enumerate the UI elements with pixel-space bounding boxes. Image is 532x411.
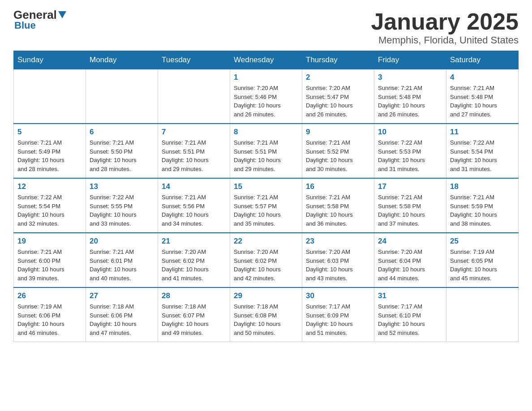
day-info: Sunrise: 7:20 AMSunset: 5:46 PMDaylight:… — [234, 84, 298, 119]
calendar-day-header: Sunday — [14, 51, 86, 69]
day-info: Sunrise: 7:20 AMSunset: 6:02 PMDaylight:… — [162, 248, 226, 283]
day-number: 1 — [234, 73, 298, 82]
day-info: Sunrise: 7:18 AMSunset: 6:06 PMDaylight:… — [90, 302, 154, 337]
calendar-day-header: Tuesday — [158, 51, 230, 69]
title-section: January 2025 Memphis, Florida, United St… — [371, 9, 519, 46]
calendar-subtitle: Memphis, Florida, United States — [371, 34, 519, 46]
day-number: 21 — [162, 237, 226, 246]
day-number: 22 — [234, 237, 298, 246]
day-info: Sunrise: 7:17 AMSunset: 6:10 PMDaylight:… — [378, 302, 442, 337]
calendar-day-cell: 24Sunrise: 7:20 AMSunset: 6:04 PMDayligh… — [374, 233, 446, 287]
day-number: 4 — [450, 73, 515, 82]
calendar-day-cell — [14, 69, 86, 124]
calendar-day-cell: 22Sunrise: 7:20 AMSunset: 6:02 PMDayligh… — [230, 233, 302, 287]
day-number: 29 — [234, 291, 298, 300]
calendar-day-cell: 30Sunrise: 7:17 AMSunset: 6:09 PMDayligh… — [302, 287, 374, 342]
calendar-day-cell: 16Sunrise: 7:21 AMSunset: 5:58 PMDayligh… — [302, 178, 374, 233]
calendar-day-cell: 10Sunrise: 7:22 AMSunset: 5:53 PMDayligh… — [374, 124, 446, 178]
day-info: Sunrise: 7:21 AMSunset: 5:58 PMDaylight:… — [306, 193, 370, 228]
calendar-day-cell: 29Sunrise: 7:18 AMSunset: 6:08 PMDayligh… — [230, 287, 302, 342]
calendar-day-cell: 17Sunrise: 7:21 AMSunset: 5:58 PMDayligh… — [374, 178, 446, 233]
calendar-day-cell: 6Sunrise: 7:21 AMSunset: 5:50 PMDaylight… — [86, 124, 158, 178]
calendar-day-header: Friday — [374, 51, 446, 69]
page-header: General Blue January 2025 Memphis, Flori… — [13, 9, 519, 46]
calendar-title: January 2025 — [371, 9, 519, 34]
calendar-day-cell — [86, 69, 158, 124]
day-number: 27 — [90, 291, 154, 300]
calendar-day-cell: 3Sunrise: 7:21 AMSunset: 5:48 PMDaylight… — [374, 69, 446, 124]
calendar-day-cell: 9Sunrise: 7:21 AMSunset: 5:52 PMDaylight… — [302, 124, 374, 178]
day-info: Sunrise: 7:20 AMSunset: 6:04 PMDaylight:… — [378, 248, 442, 283]
calendar-day-cell: 4Sunrise: 7:21 AMSunset: 5:48 PMDaylight… — [446, 69, 519, 124]
day-info: Sunrise: 7:22 AMSunset: 5:54 PMDaylight:… — [17, 193, 82, 228]
calendar-body: 1Sunrise: 7:20 AMSunset: 5:46 PMDaylight… — [14, 69, 519, 342]
calendar-day-cell: 12Sunrise: 7:22 AMSunset: 5:54 PMDayligh… — [14, 178, 86, 233]
day-number: 18 — [450, 182, 515, 191]
day-info: Sunrise: 7:21 AMSunset: 6:00 PMDaylight:… — [17, 248, 82, 283]
day-number: 30 — [306, 291, 370, 300]
day-info: Sunrise: 7:21 AMSunset: 5:50 PMDaylight:… — [90, 138, 154, 173]
day-number: 25 — [450, 237, 515, 246]
day-number: 5 — [17, 128, 82, 137]
day-info: Sunrise: 7:21 AMSunset: 5:56 PMDaylight:… — [162, 193, 226, 228]
day-number: 15 — [234, 182, 298, 191]
calendar-day-cell: 23Sunrise: 7:20 AMSunset: 6:03 PMDayligh… — [302, 233, 374, 287]
day-info: Sunrise: 7:20 AMSunset: 5:47 PMDaylight:… — [306, 84, 370, 119]
day-number: 19 — [17, 237, 82, 246]
calendar-day-cell: 20Sunrise: 7:21 AMSunset: 6:01 PMDayligh… — [86, 233, 158, 287]
day-info: Sunrise: 7:18 AMSunset: 6:08 PMDaylight:… — [234, 302, 298, 337]
day-number: 31 — [378, 291, 442, 300]
day-number: 10 — [378, 128, 442, 137]
day-info: Sunrise: 7:22 AMSunset: 5:53 PMDaylight:… — [378, 138, 442, 173]
calendar-header-row: SundayMondayTuesdayWednesdayThursdayFrid… — [14, 51, 519, 69]
calendar-day-header: Saturday — [446, 51, 519, 69]
day-info: Sunrise: 7:20 AMSunset: 6:02 PMDaylight:… — [234, 248, 298, 283]
day-number: 11 — [450, 128, 515, 137]
calendar-day-cell — [446, 287, 519, 342]
calendar-day-cell — [158, 69, 230, 124]
day-number: 9 — [306, 128, 370, 137]
day-number: 28 — [162, 291, 226, 300]
calendar-day-cell: 31Sunrise: 7:17 AMSunset: 6:10 PMDayligh… — [374, 287, 446, 342]
calendar-day-cell: 2Sunrise: 7:20 AMSunset: 5:47 PMDaylight… — [302, 69, 374, 124]
day-info: Sunrise: 7:19 AMSunset: 6:05 PMDaylight:… — [450, 248, 515, 283]
day-number: 6 — [90, 128, 154, 137]
calendar-day-cell: 15Sunrise: 7:21 AMSunset: 5:57 PMDayligh… — [230, 178, 302, 233]
calendar-week-row: 12Sunrise: 7:22 AMSunset: 5:54 PMDayligh… — [14, 178, 519, 233]
calendar-day-cell: 11Sunrise: 7:22 AMSunset: 5:54 PMDayligh… — [446, 124, 519, 178]
calendar-day-cell: 18Sunrise: 7:21 AMSunset: 5:59 PMDayligh… — [446, 178, 519, 233]
day-info: Sunrise: 7:21 AMSunset: 5:51 PMDaylight:… — [162, 138, 226, 173]
calendar-day-cell: 28Sunrise: 7:18 AMSunset: 6:07 PMDayligh… — [158, 287, 230, 342]
day-number: 7 — [162, 128, 226, 137]
day-info: Sunrise: 7:17 AMSunset: 6:09 PMDaylight:… — [306, 302, 370, 337]
day-info: Sunrise: 7:21 AMSunset: 5:51 PMDaylight:… — [234, 138, 298, 173]
day-number: 20 — [90, 237, 154, 246]
day-number: 3 — [378, 73, 442, 82]
day-info: Sunrise: 7:22 AMSunset: 5:55 PMDaylight:… — [90, 193, 154, 228]
day-info: Sunrise: 7:21 AMSunset: 5:52 PMDaylight:… — [306, 138, 370, 173]
day-number: 12 — [17, 182, 82, 191]
calendar-day-header: Monday — [86, 51, 158, 69]
calendar-day-cell: 19Sunrise: 7:21 AMSunset: 6:00 PMDayligh… — [14, 233, 86, 287]
day-number: 23 — [306, 237, 370, 246]
day-number: 8 — [234, 128, 298, 137]
day-number: 26 — [17, 291, 82, 300]
calendar-day-cell: 7Sunrise: 7:21 AMSunset: 5:51 PMDaylight… — [158, 124, 230, 178]
calendar-week-row: 19Sunrise: 7:21 AMSunset: 6:00 PMDayligh… — [14, 233, 519, 287]
calendar-day-cell: 5Sunrise: 7:21 AMSunset: 5:49 PMDaylight… — [14, 124, 86, 178]
day-number: 24 — [378, 237, 442, 246]
day-info: Sunrise: 7:21 AMSunset: 5:49 PMDaylight:… — [17, 138, 82, 173]
logo-general: General — [13, 9, 66, 21]
calendar-table: SundayMondayTuesdayWednesdayThursdayFrid… — [13, 51, 519, 342]
calendar-day-cell: 14Sunrise: 7:21 AMSunset: 5:56 PMDayligh… — [158, 178, 230, 233]
calendar-day-cell: 21Sunrise: 7:20 AMSunset: 6:02 PMDayligh… — [158, 233, 230, 287]
day-number: 2 — [306, 73, 370, 82]
day-info: Sunrise: 7:21 AMSunset: 5:48 PMDaylight:… — [378, 84, 442, 119]
day-info: Sunrise: 7:22 AMSunset: 5:54 PMDaylight:… — [450, 138, 515, 173]
calendar-week-row: 5Sunrise: 7:21 AMSunset: 5:49 PMDaylight… — [14, 124, 519, 178]
day-number: 17 — [378, 182, 442, 191]
day-info: Sunrise: 7:19 AMSunset: 6:06 PMDaylight:… — [17, 302, 82, 337]
calendar-day-header: Wednesday — [230, 51, 302, 69]
calendar-day-cell: 27Sunrise: 7:18 AMSunset: 6:06 PMDayligh… — [86, 287, 158, 342]
calendar-day-cell: 8Sunrise: 7:21 AMSunset: 5:51 PMDaylight… — [230, 124, 302, 178]
